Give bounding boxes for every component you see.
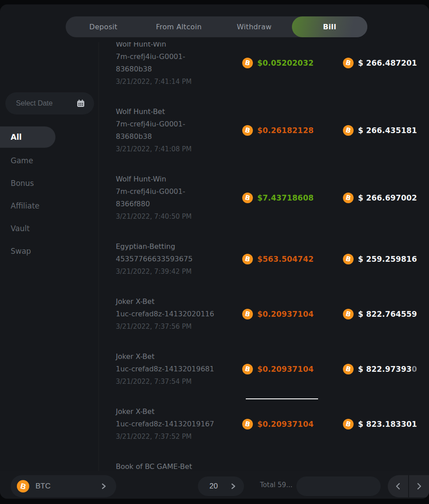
filter-label: Bonus — [11, 179, 34, 188]
divider-line — [246, 398, 318, 399]
filter-item-swap[interactable]: Swap — [0, 240, 98, 262]
filter-label: Affiliate — [11, 201, 39, 210]
transaction-title: Wolf Hunt-Win — [116, 173, 242, 185]
bitcoin-icon: B — [242, 254, 253, 264]
transaction-amount: $7.43718608 — [257, 193, 314, 202]
transaction-amount: $0.20937104 — [257, 310, 314, 319]
chevron-right-icon — [231, 483, 236, 490]
bitcoin-icon: B — [242, 58, 253, 68]
filter-item-all[interactable]: All — [0, 126, 55, 148]
transaction-id-line2: 8366f880 — [116, 198, 242, 210]
transaction-amount: $0.26182128 — [257, 126, 314, 135]
bitcoin-icon: B — [242, 364, 253, 374]
tab-withdraw[interactable]: Withdraw — [216, 16, 292, 37]
transaction-title: Joker X-Bet — [116, 350, 242, 363]
transaction-balance: $ 823.183301 — [358, 420, 417, 429]
transaction-row[interactable]: Joker X-Bet 1uc-crefad8z-14132019681 3/2… — [116, 350, 429, 388]
tab-bar: Deposit From Altcoin Withdraw Bill — [66, 16, 367, 37]
bitcoin-icon: B — [242, 309, 253, 319]
transaction-info: Wolf Hunt-Win 7m-crefj4iu-G0001- 8366f88… — [116, 173, 242, 223]
transaction-balance-cell: B $ 823.183301 — [343, 419, 429, 429]
transaction-balance-cell: B $ 822.97393 0 — [343, 364, 429, 374]
transaction-amount-cell: B $0.20937104 — [242, 419, 343, 429]
next-page-button[interactable] — [409, 475, 429, 497]
chevron-right-icon — [416, 482, 422, 490]
transaction-amount: $0.20937104 — [257, 365, 314, 374]
transaction-amount-cell: B $7.43718608 — [242, 193, 343, 203]
filter-item-bonus[interactable]: Bonus — [0, 172, 98, 194]
bitcoin-icon: B — [343, 58, 354, 68]
transaction-amount: $563.504742 — [257, 255, 314, 264]
transaction-amount-cell: B $0.26182128 — [242, 125, 343, 136]
filter-item-vault[interactable]: Vault — [0, 217, 98, 240]
filter-label: All — [11, 133, 22, 142]
transaction-id-line1: 7m-crefj4iu-G0001- — [116, 185, 242, 198]
currency-selector[interactable]: B BTC — [11, 475, 116, 497]
transaction-title: Joker X-Bet — [116, 295, 242, 308]
tab-from-altcoin[interactable]: From Altcoin — [141, 16, 216, 37]
transaction-row[interactable]: Wolf Hunt-Win 7m-crefj4iu-G0001- 8366f88… — [116, 173, 429, 223]
filter-label: Swap — [11, 247, 31, 256]
bitcoin-icon: B — [242, 419, 253, 429]
calendar-icon — [76, 99, 85, 108]
transaction-balance: $ 266.435181 — [358, 126, 417, 135]
transaction-amount: $0.05202032 — [257, 59, 314, 67]
transaction-info: Joker X-Bet 1uc-crefad8z-14132019167 3/2… — [116, 406, 242, 443]
bitcoin-icon: B — [343, 419, 354, 429]
transaction-title: Egyptian-Betting — [116, 240, 242, 253]
tab-label: Deposit — [89, 23, 117, 31]
bitcoin-icon: B — [343, 193, 354, 203]
page-size-selector[interactable]: 20 — [198, 476, 244, 496]
transaction-info: Wolf Hunt-Win 7m-crefj4iu-G0001- 83680b3… — [116, 42, 242, 88]
transaction-row[interactable]: Joker X-Bet 1uc-crefad8z-14132019167 3/2… — [116, 406, 429, 443]
bitcoin-icon: B — [343, 309, 354, 319]
filter-label: Vault — [11, 224, 30, 233]
transaction-list: Wolf Hunt-Win 7m-crefj4iu-G0001- 83680b3… — [98, 42, 429, 499]
transaction-timestamp: 3/21/2022, 7:41:14 PM — [116, 75, 242, 88]
currency-label: BTC — [35, 482, 101, 491]
filter-item-affiliate[interactable]: Affiliate — [0, 194, 98, 217]
transaction-row[interactable]: Wolf Hunt-Bet 7m-crefj4iu-G0001- 83680b3… — [116, 106, 429, 155]
transaction-id-line2: 83680b38 — [116, 63, 242, 75]
tab-bar-region: Deposit From Altcoin Withdraw Bill — [0, 4, 429, 42]
footer-bar: B BTC 20 Total 59... — [0, 471, 429, 499]
tab-bill[interactable]: Bill — [292, 16, 367, 37]
transaction-timestamp: 3/21/2022, 7:37:52 PM — [116, 430, 242, 443]
sidebar: Select Date All Game Bonus Affiliate — [0, 42, 98, 499]
bitcoin-icon: B — [343, 254, 354, 264]
transaction-info: Joker X-Bet 1uc-crefad8z-14132020116 3/2… — [116, 295, 242, 333]
transaction-balance: $ 266.697002 — [358, 193, 417, 202]
transaction-timestamp: 3/21/2022, 7:41:08 PM — [116, 143, 242, 155]
transaction-row[interactable]: Egyptian-Betting 45357766633593675 3/21/… — [116, 240, 429, 278]
transaction-id-line1: 45357766633593675 — [116, 253, 242, 265]
transaction-info: Wolf Hunt-Bet 7m-crefj4iu-G0001- 83680b3… — [116, 106, 242, 155]
pagination — [296, 476, 381, 496]
transaction-balance-cell: B $ 266.435181 — [343, 125, 429, 136]
transaction-amount-cell: B $0.05202032 — [242, 58, 343, 68]
transaction-amount-cell: B $0.20937104 — [242, 309, 343, 319]
bill-modal: Deposit From Altcoin Withdraw Bill Selec… — [0, 4, 429, 499]
transaction-timestamp: 3/21/2022, 7:37:54 PM — [116, 375, 242, 388]
transaction-title: Wolf Hunt-Bet — [116, 106, 242, 118]
transaction-row[interactable]: Wolf Hunt-Win 7m-crefj4iu-G0001- 83680b3… — [116, 42, 429, 88]
bitcoin-icon: B — [242, 193, 253, 203]
select-date-button[interactable]: Select Date — [5, 92, 94, 114]
prev-page-button[interactable] — [388, 475, 408, 497]
chevron-left-icon — [395, 482, 401, 490]
transaction-id-line1: 7m-crefj4iu-G0001- — [116, 118, 242, 130]
transaction-timestamp: 3/21/2022, 7:39:42 PM — [116, 265, 242, 278]
transaction-amount-cell: B $563.504742 — [242, 254, 343, 264]
tab-label: Withdraw — [237, 23, 272, 31]
transaction-timestamp: 3/21/2022, 7:37:56 PM — [116, 320, 242, 333]
tab-label: Bill — [323, 23, 336, 31]
transaction-info: Joker X-Bet 1uc-crefad8z-14132019681 3/2… — [116, 350, 242, 388]
transaction-balance-cell: B $ 266.697002 — [343, 193, 429, 203]
tab-deposit[interactable]: Deposit — [66, 16, 141, 37]
transaction-id-line1: 1uc-crefad8z-14132020116 — [116, 308, 242, 320]
transaction-row[interactable]: Joker X-Bet 1uc-crefad8z-14132020116 3/2… — [116, 295, 429, 333]
filter-item-game[interactable]: Game — [0, 149, 98, 172]
transaction-id-line1: 7m-crefj4iu-G0001- — [116, 51, 242, 63]
transaction-balance: $ 822.97393 — [358, 365, 412, 374]
bitcoin-icon: B — [242, 125, 253, 136]
transaction-id-line1: 1uc-crefad8z-14132019681 — [116, 363, 242, 375]
